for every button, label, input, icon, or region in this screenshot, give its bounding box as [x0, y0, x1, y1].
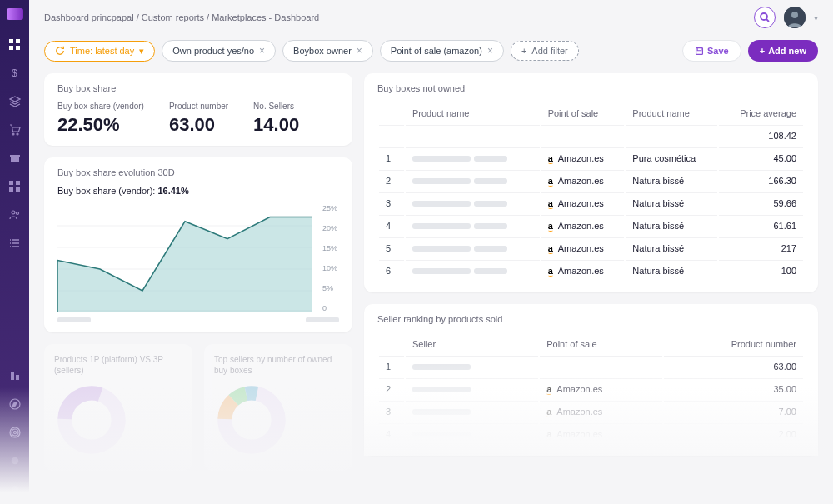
col-price[interactable]: Price average	[719, 103, 803, 123]
svg-rect-7	[11, 157, 19, 162]
search-icon	[759, 12, 771, 23]
donut-1p3p: Products 1P (platform) VS 3P (sellers)	[44, 344, 192, 471]
kpi-share-value: 22.50%	[57, 114, 144, 136]
chart-subtitle: Buy box share (vendor): 16.41%	[57, 186, 339, 196]
table-row[interactable]: 6 aAmazon.es Natura bissé 100	[379, 260, 803, 281]
kpi-sellers-label: No. Sellers	[253, 102, 299, 111]
breadcrumb[interactable]: Dashboard princpapal / Custom reports / …	[44, 12, 319, 22]
svg-rect-3	[16, 46, 20, 50]
card-title: Seller ranking by products sold	[377, 314, 805, 324]
table-row[interactable]: 1 aAmazon.es Pura cosmética 45.00	[379, 147, 803, 168]
nav-list-icon[interactable]	[8, 237, 22, 250]
filter-point-of-sale[interactable]: Point of sale (amazon)×	[380, 40, 504, 62]
svg-point-18	[12, 429, 18, 436]
filter-time[interactable]: Time: latest day ▾	[44, 41, 155, 62]
search-button[interactable]	[754, 7, 776, 28]
donut-chart-icon	[54, 382, 129, 457]
ranking-table: Seller Point of sale Product number 1 63…	[377, 332, 805, 446]
close-icon[interactable]: ×	[357, 45, 362, 57]
svg-point-6	[17, 133, 18, 135]
table-row[interactable]: 1 63.00	[379, 356, 803, 377]
nav-broadcast-icon[interactable]	[8, 426, 22, 439]
col-brand[interactable]: Product name	[626, 103, 717, 123]
svg-rect-9	[16, 181, 20, 185]
logo	[7, 8, 23, 20]
col-point-of-sale[interactable]: Point of sale	[541, 103, 625, 123]
chart-scrubber[interactable]	[57, 317, 339, 322]
amazon-icon: a	[548, 176, 553, 186]
chevron-down-icon[interactable]: ▾	[814, 13, 818, 22]
save-button[interactable]: Save	[682, 40, 741, 62]
nav-grid-icon[interactable]	[8, 180, 22, 193]
save-icon	[695, 47, 704, 56]
card-title: Buy box share evolution 30D	[57, 167, 339, 177]
svg-text:$: $	[12, 67, 17, 79]
donut-row: Products 1P (platform) VS 3P (sellers) T…	[44, 344, 352, 471]
svg-point-20	[11, 457, 18, 465]
nav-compass-icon[interactable]	[8, 397, 22, 411]
svg-point-17	[13, 432, 16, 434]
amazon-icon: a	[546, 407, 551, 417]
area-chart[interactable]: 25%20%15%10%5%0	[57, 204, 312, 312]
add-filter-button[interactable]: +Add filter	[511, 41, 579, 61]
close-icon[interactable]: ×	[487, 45, 493, 57]
amazon-icon: a	[548, 153, 553, 163]
amazon-icon: a	[546, 429, 551, 439]
sidebar: $	[0, 0, 29, 504]
table-row[interactable]: 3 aAmazon.es 7.00	[379, 401, 803, 422]
svg-rect-8	[9, 181, 13, 185]
ranking-card: Seller ranking by products sold Seller P…	[364, 304, 818, 456]
table-row[interactable]: 4 aAmazon.es Natura bissé 61.61	[379, 215, 803, 236]
nav-dashboard-icon[interactable]	[8, 38, 22, 52]
nav-people-icon[interactable]	[8, 208, 22, 222]
table-row[interactable]: 2 aAmazon.es Natura bissé 166.30	[379, 170, 803, 191]
filter-bar: Time: latest day ▾ Own product yes/no× B…	[29, 35, 833, 73]
svg-point-13	[16, 212, 18, 215]
table-row[interactable]: 4 aAmazon.es 2.00	[379, 423, 803, 444]
amazon-icon: a	[546, 384, 551, 394]
add-new-button[interactable]: +Add new	[748, 40, 818, 62]
donut-chart-icon	[214, 382, 289, 457]
col-product-number[interactable]: Product number	[664, 334, 803, 354]
kpi-card: Buy box share Buy box share (vendor) 22.…	[44, 73, 352, 146]
svg-point-12	[12, 211, 15, 214]
svg-rect-1	[16, 39, 20, 43]
nav-settings-icon[interactable]	[8, 454, 22, 467]
nav-report-icon[interactable]	[8, 369, 22, 382]
table-summary-row: 108.42	[379, 125, 803, 146]
table-row[interactable]: 2 aAmazon.es 35.00	[379, 378, 803, 399]
close-icon[interactable]: ×	[259, 45, 265, 57]
amazon-icon: a	[548, 198, 553, 208]
kpi-product-label: Product number	[169, 102, 228, 111]
nav-money-icon[interactable]: $	[8, 67, 22, 80]
filter-boybox-owner[interactable]: Boybox owner×	[282, 40, 373, 62]
chevron-down-icon: ▾	[139, 46, 144, 57]
avatar[interactable]	[784, 7, 806, 28]
svg-point-21	[11, 486, 18, 493]
nav-help-icon[interactable]	[8, 482, 22, 496]
amazon-icon: a	[548, 221, 553, 231]
col-seller[interactable]: Seller	[406, 334, 538, 354]
header: Dashboard princpapal / Custom reports / …	[29, 0, 833, 35]
svg-rect-11	[16, 187, 20, 192]
svg-rect-2	[9, 46, 13, 50]
svg-rect-10	[9, 187, 13, 192]
card-title: Buy box share	[57, 83, 339, 93]
chart-card: Buy box share evolution 30D Buy box shar…	[44, 157, 352, 332]
filter-own-product[interactable]: Own product yes/no×	[162, 40, 276, 62]
svg-point-5	[12, 133, 14, 135]
col-point-of-sale[interactable]: Point of sale	[540, 334, 662, 354]
table-row[interactable]: 5 aAmazon.es Natura bissé 217	[379, 237, 803, 258]
amazon-icon: a	[548, 266, 553, 276]
svg-point-24	[791, 12, 798, 18]
svg-rect-14	[11, 372, 14, 380]
nav-cart-icon[interactable]	[8, 123, 22, 137]
table-row[interactable]: 3 aAmazon.es Natura bissé 59.66	[379, 192, 803, 213]
refresh-icon	[55, 46, 65, 56]
buyboxes-card: Buy boxes not owned Product name Point o…	[364, 73, 818, 292]
nav-layers-icon[interactable]	[8, 95, 22, 108]
nav-store-icon[interactable]	[8, 152, 22, 165]
kpi-sellers-value: 14.00	[253, 114, 299, 136]
col-product-name[interactable]: Product name	[406, 103, 540, 123]
svg-rect-15	[16, 375, 19, 380]
